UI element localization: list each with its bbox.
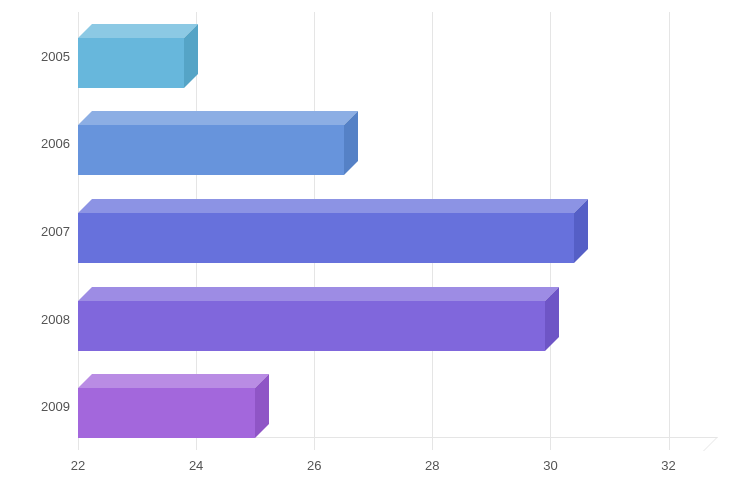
bar-2009[interactable]: [78, 388, 255, 438]
bar-side: [255, 374, 269, 438]
bar-front: [78, 125, 344, 175]
bar-top: [78, 111, 358, 125]
y-tick-label: 2007: [10, 224, 70, 239]
bar-front: [78, 38, 184, 88]
bar-front: [78, 301, 545, 351]
x-tick-label: 28: [425, 458, 439, 473]
plot-area: [78, 12, 718, 450]
bar-top: [78, 287, 559, 301]
x-tick-label: 32: [661, 458, 675, 473]
gridline: [669, 12, 670, 450]
x-tick-label: 26: [307, 458, 321, 473]
x-tick-label: 22: [71, 458, 85, 473]
bar-top: [78, 374, 269, 388]
y-tick-label: 2009: [10, 399, 70, 414]
x-tick-label: 30: [543, 458, 557, 473]
bar-top: [78, 24, 198, 38]
bar-top: [78, 199, 588, 213]
bar-2006[interactable]: [78, 125, 344, 175]
bar-2007[interactable]: [78, 213, 574, 263]
y-tick-label: 2005: [10, 48, 70, 63]
y-tick-label: 2006: [10, 136, 70, 151]
bar-2005[interactable]: [78, 38, 184, 88]
bar-chart: 22242628303220052006200720082009: [0, 0, 742, 500]
bar-front: [78, 213, 574, 263]
x-tick-label: 24: [189, 458, 203, 473]
chart-floor: [78, 437, 718, 451]
bar-front: [78, 388, 255, 438]
y-tick-label: 2008: [10, 311, 70, 326]
bar-2008[interactable]: [78, 301, 545, 351]
